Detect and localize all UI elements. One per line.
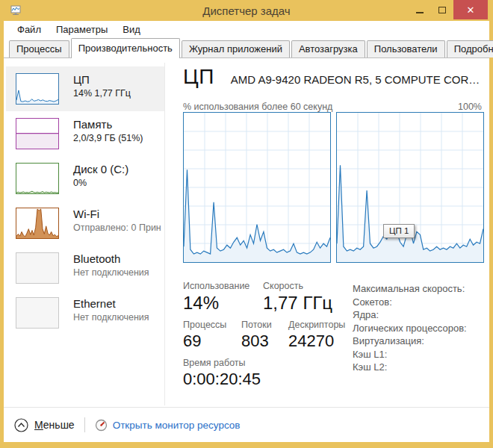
- stat-speed: Скорость 1,77 ГГц: [263, 281, 332, 314]
- resource-monitor-link-label: Открыть монитор ресурсов: [113, 420, 241, 431]
- detail-logical-processors: Логических процессоров:: [353, 322, 467, 335]
- stat-uptime: Время работы 0:00:20:45: [183, 358, 261, 389]
- tab-strip: Процессы Производительность Журнал прило…: [4, 38, 489, 58]
- performance-body: ЦП 14% 1,77 ГГц Память 2,0/3,9 ГБ (51%) …: [4, 58, 489, 407]
- sidebar-item-title: Память: [73, 118, 143, 131]
- detail-cache-l1: Кэш L1:: [353, 348, 467, 361]
- footer-bar: Меньше Открыть монитор ресурсов: [4, 407, 489, 442]
- sidebar-item-sub: Отправлено: 0 Принят: [73, 223, 161, 233]
- fewer-details-label: Меньше: [34, 419, 75, 431]
- detail-sockets: Сокетов:: [353, 296, 467, 309]
- menu-options[interactable]: Параметры: [49, 22, 115, 37]
- stat-utilization: Использование 14%: [183, 281, 249, 314]
- sidebar-item-title: ЦП: [73, 73, 131, 86]
- tab-users[interactable]: Пользователи: [367, 40, 445, 57]
- minimize-icon: [416, 12, 424, 13]
- sidebar-item-sub: 2,0/3,9 ГБ (51%): [73, 133, 143, 143]
- detail-max-speed: Максимальная скорость:: [353, 282, 467, 296]
- chart-max-label: 100%: [458, 102, 482, 112]
- sidebar-item-title: Wi-Fi: [73, 208, 161, 220]
- stat-handles: Дескрипторы 24270: [288, 320, 345, 351]
- sidebar-item-wifi[interactable]: Wi-Fi Отправлено: 0 Принят: [6, 201, 164, 246]
- sidebar-item-disk0[interactable]: Диск 0 (C:) 0%: [6, 156, 164, 201]
- sidebar-item-sub: Нет подключения: [73, 312, 149, 323]
- resource-monitor-gauge-icon: [95, 419, 108, 432]
- sidebar-splitter[interactable]: [164, 63, 165, 405]
- cpu-model-name: AMD A9-9420 RADEON R5, 5 COMPUTE COR…: [231, 73, 480, 86]
- footer-separator: [84, 417, 85, 432]
- wifi-mini-chart: [16, 208, 59, 239]
- menu-bar: Файл Параметры Вид: [4, 21, 489, 38]
- chevron-up-circle-icon: [14, 418, 28, 432]
- sidebar-item-ethernet[interactable]: Ethernet Нет подключения: [6, 290, 164, 335]
- open-resource-monitor-link[interactable]: Открыть монитор ресурсов: [95, 419, 241, 432]
- stat-threads: Потоки 803: [241, 320, 272, 351]
- disk-mini-chart: [16, 163, 59, 194]
- resource-sidebar: ЦП 14% 1,77 ГГц Память 2,0/3,9 ГБ (51%) …: [6, 66, 164, 335]
- sidebar-item-sub: 0%: [73, 178, 128, 188]
- fewer-details-button[interactable]: Меньше: [14, 418, 75, 432]
- maximize-button[interactable]: [431, 0, 453, 19]
- minimize-button[interactable]: [409, 0, 431, 19]
- detail-cores: Ядра:: [353, 308, 467, 322]
- task-manager-window: Диспетчер задач ✕ Файл Параметры Вид Про…: [0, 0, 493, 448]
- tab-performance[interactable]: Производительность: [71, 38, 180, 58]
- cpu-details-column: Максимальная скорость: Сокетов: Ядра: Ло…: [353, 282, 467, 374]
- sidebar-item-cpu[interactable]: ЦП 14% 1,77 ГГц: [6, 66, 164, 111]
- chart-axis-label: % использования более 60 секунд: [183, 102, 332, 112]
- graph-tooltip: ЦП 1: [383, 224, 415, 238]
- maximize-icon: [438, 7, 446, 13]
- sidebar-item-title: Bluetooth: [73, 252, 149, 265]
- sidebar-item-bluetooth[interactable]: Bluetooth Нет подключения: [6, 246, 164, 290]
- ethernet-mini-chart: [16, 297, 59, 329]
- close-button[interactable]: ✕: [453, 0, 488, 19]
- memory-mini-chart: [16, 118, 59, 149]
- cpu-mini-chart: [16, 73, 59, 105]
- menu-view[interactable]: Вид: [115, 22, 148, 37]
- cpu-panel: ЦП AMD A9-9420 RADEON R5, 5 COMPUTE COR……: [179, 58, 489, 407]
- tab-processes[interactable]: Процессы: [9, 40, 69, 57]
- close-icon: ✕: [467, 4, 475, 16]
- detail-cache-l2: Кэш L2:: [353, 361, 467, 374]
- tab-startup[interactable]: Автозагрузка: [291, 40, 365, 57]
- cpu0-graph[interactable]: [183, 112, 331, 263]
- sidebar-item-title: Диск 0 (C:): [73, 163, 128, 175]
- sidebar-item-memory[interactable]: Память 2,0/3,9 ГБ (51%): [6, 111, 164, 156]
- tab-app-history[interactable]: Журнал приложений: [182, 40, 290, 57]
- cpu1-graph[interactable]: [336, 112, 484, 263]
- sidebar-item-sub: Нет подключения: [73, 267, 149, 278]
- cpu-panel-title: ЦП: [183, 65, 214, 89]
- tab-details[interactable]: Подробности: [447, 40, 493, 57]
- sidebar-item-title: Ethernet: [73, 297, 149, 310]
- sidebar-item-sub: 14% 1,77 ГГц: [73, 88, 131, 99]
- window-content: Файл Параметры Вид Процессы Производител…: [4, 21, 489, 442]
- detail-virtualization: Виртуализация:: [353, 335, 467, 348]
- stat-processes: Процессы 69: [183, 320, 226, 351]
- menu-file[interactable]: Файл: [10, 22, 49, 37]
- bluetooth-mini-chart: [16, 252, 59, 284]
- titlebar[interactable]: Диспетчер задач ✕: [0, 0, 493, 21]
